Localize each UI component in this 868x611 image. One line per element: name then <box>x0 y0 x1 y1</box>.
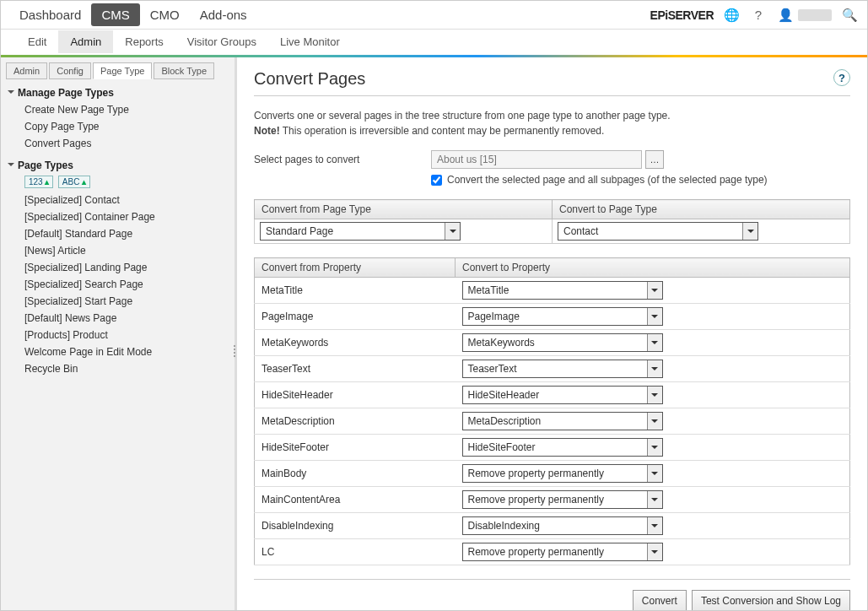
tree-group-manage[interactable]: Manage Page Types <box>6 84 228 101</box>
tree-group-pagetypes[interactable]: Page Types <box>6 157 228 174</box>
to-property-dropdown[interactable]: DisableIndexing <box>462 516 663 535</box>
sidebar-tabs: AdminConfigPage TypeBlock Type <box>6 62 228 79</box>
table-row: MetaKeywordsMetaKeywords <box>255 330 850 356</box>
sidebar: AdminConfigPage TypeBlock Type Manage Pa… <box>1 57 237 611</box>
from-type-dropdown[interactable]: Standard Page <box>260 222 461 241</box>
chevron-down-icon <box>647 465 662 482</box>
user-icon[interactable]: 👤 <box>776 6 795 24</box>
th-from-type: Convert from Page Type <box>255 200 553 219</box>
side-tab-block-type[interactable]: Block Type <box>154 62 214 79</box>
submenu-live-monitor[interactable]: Live Monitor <box>268 30 352 53</box>
tree-item[interactable]: [Specialized] Start Page <box>6 293 228 310</box>
side-tab-page-type[interactable]: Page Type <box>93 62 152 79</box>
include-subpages-label: Convert the selected page and all subpag… <box>447 174 768 186</box>
test-conversion-button[interactable]: Test Conversion and Show Log <box>692 590 850 611</box>
from-property-cell: LC <box>255 539 456 565</box>
side-tab-config[interactable]: Config <box>49 62 91 79</box>
to-type-dropdown[interactable]: Contact <box>558 222 758 241</box>
side-tab-admin[interactable]: Admin <box>6 62 47 79</box>
table-row: MetaDescriptionMetaDescription <box>255 408 850 435</box>
sort-123[interactable]: 123 ▴ <box>24 176 53 188</box>
th-to-type: Convert to Page Type <box>553 200 850 219</box>
submenu-edit[interactable]: Edit <box>16 30 58 53</box>
search-icon[interactable]: 🔍 <box>840 6 859 24</box>
submenu-admin[interactable]: Admin <box>58 30 113 53</box>
intro-text: Converts one or several pages in the tre… <box>254 108 850 138</box>
to-property-dropdown[interactable]: Remove property permanently <box>462 464 663 483</box>
chevron-down-icon <box>647 387 662 403</box>
tree-item[interactable]: [Specialized] Container Page <box>6 208 228 225</box>
table-row: MainContentAreaRemove property permanent… <box>255 487 850 513</box>
tree-item[interactable]: Convert Pages <box>6 135 228 152</box>
table-row: HideSiteHeaderHideSiteHeader <box>255 382 850 408</box>
from-property-cell: MetaKeywords <box>255 330 456 356</box>
tree-item[interactable]: Recycle Bin <box>6 360 228 377</box>
tree-item[interactable]: [Specialized] Landing Page <box>6 259 228 276</box>
table-row: TeaserTextTeaserText <box>255 356 850 382</box>
topnav-dashboard[interactable]: Dashboard <box>9 3 91 26</box>
chevron-down-icon <box>647 334 662 351</box>
chevron-down-icon <box>742 223 757 240</box>
chevron-down-icon <box>647 413 662 430</box>
sidebar-resize-handle[interactable] <box>232 334 237 368</box>
table-row: LCRemove property permanently <box>255 539 850 565</box>
tree-item[interactable]: [Specialized] Contact <box>6 192 228 208</box>
chevron-down-icon <box>647 491 662 508</box>
panel-help-icon[interactable]: ? <box>833 69 850 86</box>
to-property-dropdown[interactable]: MetaTitle <box>462 281 663 300</box>
submenu-visitor-groups[interactable]: Visitor Groups <box>175 30 268 53</box>
globe-icon[interactable]: 🌐 <box>722 6 741 24</box>
submenu-reports[interactable]: Reports <box>113 30 175 53</box>
th-to-prop: Convert to Property <box>456 258 850 278</box>
username-placeholder <box>798 9 832 21</box>
to-property-dropdown[interactable]: HideSiteHeader <box>462 386 663 404</box>
from-property-cell: MainContentArea <box>255 487 456 513</box>
from-property-cell: PageImage <box>255 304 456 330</box>
to-property-dropdown[interactable]: PageImage <box>462 307 663 326</box>
to-property-dropdown[interactable]: Remove property permanently <box>462 543 663 561</box>
tree-item[interactable]: Welcome Page in Edit Mode <box>6 343 228 360</box>
chevron-down-icon <box>647 308 662 325</box>
type-table: Convert from Page Type Convert to Page T… <box>254 199 850 244</box>
include-subpages-checkbox[interactable] <box>431 175 442 186</box>
select-pages-label: Select pages to convert <box>254 154 431 165</box>
table-row: PageImagePageImage <box>255 304 850 330</box>
help-icon[interactable]: ? <box>749 6 768 24</box>
to-property-dropdown[interactable]: MetaKeywords <box>462 333 663 352</box>
topnav-add-ons[interactable]: Add-ons <box>190 3 257 26</box>
browse-pages-button[interactable]: … <box>645 150 664 169</box>
from-property-cell: TeaserText <box>255 356 456 382</box>
to-property-dropdown[interactable]: MetaDescription <box>462 412 663 430</box>
convert-button[interactable]: Convert <box>633 590 687 611</box>
from-property-cell: MetaDescription <box>255 408 456 435</box>
from-property-cell: HideSiteHeader <box>255 382 456 408</box>
sub-menu: EditAdminReportsVisitor GroupsLive Monit… <box>1 30 867 55</box>
chevron-down-icon <box>647 360 662 377</box>
tree-item[interactable]: [Products] Product <box>6 327 228 343</box>
tree-item[interactable]: [News] Article <box>6 242 228 259</box>
top-bar: DashboardCMSCMOAdd-ons EPiSERVER 🌐 ? 👤 🔍 <box>1 1 867 30</box>
brand-logo: EPiSERVER <box>650 8 714 22</box>
chevron-down-icon <box>647 282 662 299</box>
table-row: DisableIndexingDisableIndexing <box>255 513 850 539</box>
page-title: Convert Pages <box>254 69 850 89</box>
tree-item[interactable]: [Default] News Page <box>6 310 228 327</box>
to-property-dropdown[interactable]: HideSiteFooter <box>462 438 663 457</box>
tree-item[interactable]: Create New Page Type <box>6 101 228 118</box>
from-property-cell: HideSiteFooter <box>255 435 456 461</box>
sort-abc[interactable]: ABC ▴ <box>58 176 90 188</box>
chevron-down-icon <box>647 439 662 456</box>
tree-item[interactable]: [Default] Standard Page <box>6 225 228 242</box>
from-property-cell: MainBody <box>255 461 456 487</box>
table-row: MetaTitleMetaTitle <box>255 278 850 304</box>
to-property-dropdown[interactable]: TeaserText <box>462 360 663 378</box>
tree-item[interactable]: [Specialized] Search Page <box>6 276 228 293</box>
to-property-dropdown[interactable]: Remove property permanently <box>462 490 663 509</box>
topnav-cmo[interactable]: CMO <box>140 3 190 26</box>
topnav-cms[interactable]: CMS <box>91 3 139 26</box>
table-row: HideSiteFooterHideSiteFooter <box>255 435 850 461</box>
top-nav: DashboardCMSCMOAdd-ons <box>9 8 257 22</box>
tree-item[interactable]: Copy Page Type <box>6 118 228 135</box>
main-panel: ? Convert Pages Converts one or several … <box>237 57 867 611</box>
page-select-field[interactable] <box>431 150 642 169</box>
